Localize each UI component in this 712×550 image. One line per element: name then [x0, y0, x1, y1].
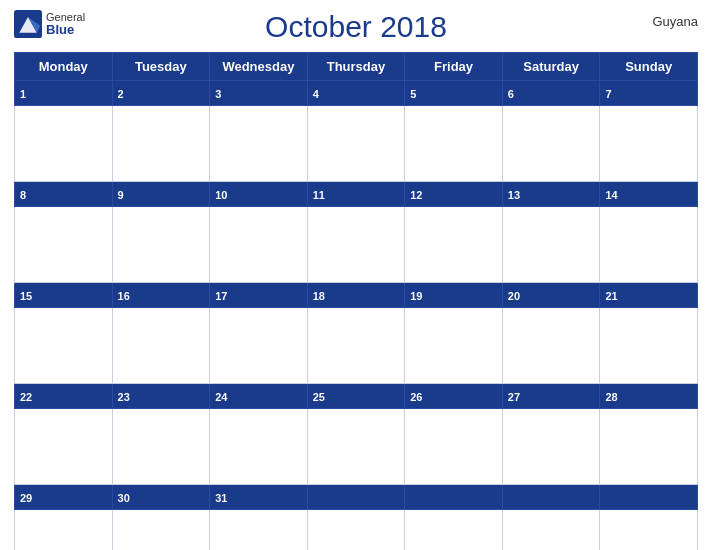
country-label: Guyana — [652, 14, 698, 29]
date-19: 19 — [405, 283, 503, 308]
logo-text: General Blue — [46, 11, 85, 37]
cell-13 — [502, 207, 600, 283]
header-wednesday: Wednesday — [210, 53, 308, 81]
cell-empty-3 — [502, 510, 600, 551]
cell-11 — [307, 207, 405, 283]
date-28: 28 — [600, 384, 698, 409]
week-3-content-row — [15, 308, 698, 384]
cell-29 — [15, 510, 113, 551]
logo: General Blue — [14, 10, 85, 38]
date-31: 31 — [210, 485, 308, 510]
cell-25 — [307, 409, 405, 485]
cell-8 — [15, 207, 113, 283]
date-22: 22 — [15, 384, 113, 409]
date-2: 2 — [112, 81, 210, 106]
header-saturday: Saturday — [502, 53, 600, 81]
date-27: 27 — [502, 384, 600, 409]
cell-27 — [502, 409, 600, 485]
cell-20 — [502, 308, 600, 384]
date-17: 17 — [210, 283, 308, 308]
calendar-header: General Blue October 2018 Guyana — [14, 10, 698, 44]
date-20: 20 — [502, 283, 600, 308]
logo-blue-text: Blue — [46, 23, 85, 37]
cell-7 — [600, 106, 698, 182]
date-25: 25 — [307, 384, 405, 409]
week-1-header-row: 1 2 3 4 5 6 7 — [15, 81, 698, 106]
date-empty-3 — [502, 485, 600, 510]
week-2-content-row — [15, 207, 698, 283]
date-30: 30 — [112, 485, 210, 510]
calendar-table: Monday Tuesday Wednesday Thursday Friday… — [14, 52, 698, 550]
cell-6 — [502, 106, 600, 182]
cell-16 — [112, 308, 210, 384]
date-3: 3 — [210, 81, 308, 106]
date-empty-4 — [600, 485, 698, 510]
cell-24 — [210, 409, 308, 485]
week-4-header-row: 22 23 24 25 26 27 28 — [15, 384, 698, 409]
cell-28 — [600, 409, 698, 485]
date-1: 1 — [15, 81, 113, 106]
cell-2 — [112, 106, 210, 182]
cell-12 — [405, 207, 503, 283]
week-3-header-row: 15 16 17 18 19 20 21 — [15, 283, 698, 308]
cell-3 — [210, 106, 308, 182]
cell-17 — [210, 308, 308, 384]
date-8: 8 — [15, 182, 113, 207]
date-29: 29 — [15, 485, 113, 510]
cell-31 — [210, 510, 308, 551]
header-thursday: Thursday — [307, 53, 405, 81]
date-26: 26 — [405, 384, 503, 409]
cell-22 — [15, 409, 113, 485]
date-9: 9 — [112, 182, 210, 207]
cell-empty-2 — [405, 510, 503, 551]
header-monday: Monday — [15, 53, 113, 81]
cell-empty-4 — [600, 510, 698, 551]
cell-14 — [600, 207, 698, 283]
week-4-content-row — [15, 409, 698, 485]
header-friday: Friday — [405, 53, 503, 81]
week-5-header-row: 29 30 31 — [15, 485, 698, 510]
cell-4 — [307, 106, 405, 182]
date-empty-2 — [405, 485, 503, 510]
week-1-content-row — [15, 106, 698, 182]
week-5-content-row — [15, 510, 698, 551]
date-4: 4 — [307, 81, 405, 106]
calendar-wrapper: General Blue October 2018 Guyana Monday … — [0, 0, 712, 550]
date-21: 21 — [600, 283, 698, 308]
date-10: 10 — [210, 182, 308, 207]
date-13: 13 — [502, 182, 600, 207]
weekday-header-row: Monday Tuesday Wednesday Thursday Friday… — [15, 53, 698, 81]
date-6: 6 — [502, 81, 600, 106]
cell-30 — [112, 510, 210, 551]
date-12: 12 — [405, 182, 503, 207]
date-11: 11 — [307, 182, 405, 207]
date-18: 18 — [307, 283, 405, 308]
date-7: 7 — [600, 81, 698, 106]
cell-18 — [307, 308, 405, 384]
date-5: 5 — [405, 81, 503, 106]
date-15: 15 — [15, 283, 113, 308]
cell-26 — [405, 409, 503, 485]
date-14: 14 — [600, 182, 698, 207]
week-2-header-row: 8 9 10 11 12 13 14 — [15, 182, 698, 207]
cell-21 — [600, 308, 698, 384]
month-title: October 2018 — [265, 10, 447, 44]
cell-empty-1 — [307, 510, 405, 551]
cell-19 — [405, 308, 503, 384]
cell-9 — [112, 207, 210, 283]
cell-10 — [210, 207, 308, 283]
cell-15 — [15, 308, 113, 384]
cell-5 — [405, 106, 503, 182]
logo-icon — [14, 10, 42, 38]
date-16: 16 — [112, 283, 210, 308]
header-sunday: Sunday — [600, 53, 698, 81]
header-tuesday: Tuesday — [112, 53, 210, 81]
cell-1 — [15, 106, 113, 182]
date-empty-1 — [307, 485, 405, 510]
date-23: 23 — [112, 384, 210, 409]
date-24: 24 — [210, 384, 308, 409]
cell-23 — [112, 409, 210, 485]
